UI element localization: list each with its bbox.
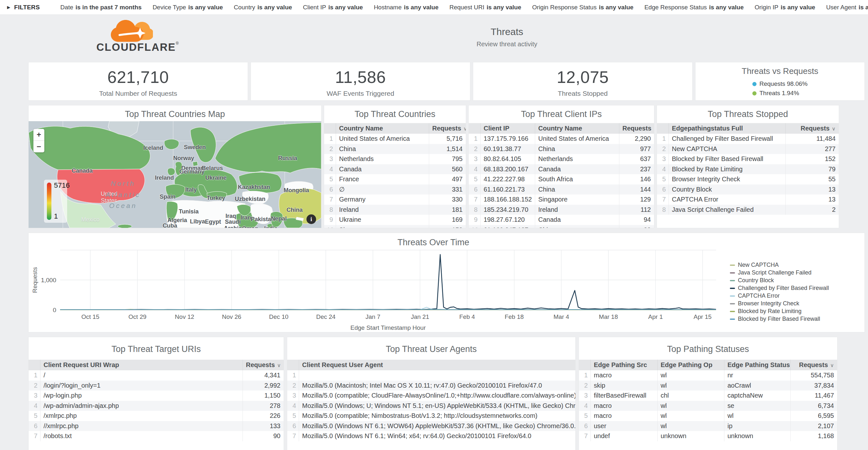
column-header-edge-pathing-src[interactable]: Edge Pathing Src — [590, 360, 657, 370]
legend-item-blocked-by-rate-limiting[interactable]: Blocked by Rate Limiting — [730, 308, 829, 314]
cloudflare-logo: CLOUDFLARE® — [96, 17, 167, 53]
filter-chip-date[interactable]: Dateis in the past 7 months — [60, 4, 142, 11]
column-header-client-request-user-agent[interactable]: Client Request User Agent — [299, 360, 575, 370]
cell-edge-pathing-status: ip — [724, 421, 790, 431]
legend-marker-icon — [730, 272, 735, 273]
legend-label: Country Block — [738, 277, 774, 284]
row-number: 2 — [29, 381, 40, 391]
row-number: 7 — [469, 194, 480, 205]
column-header-edgepathingstatus-full[interactable]: Edgepathingstatus Full — [669, 123, 785, 134]
legend-item[interactable]: Requests 98.06% — [752, 80, 808, 87]
cell-requests: 2 — [785, 205, 839, 215]
table-row: 4Canada560 — [324, 164, 466, 175]
cell-requests: 13 — [785, 194, 839, 205]
cell-requests: 1,168 — [790, 431, 837, 441]
cell-requests: 158 — [429, 225, 466, 228]
cell-country-name: China — [535, 184, 619, 195]
cell-client-request-uri-wrap: /login/?login_only=1 — [40, 381, 243, 391]
column-header-requests[interactable]: Requests∨ — [790, 360, 837, 370]
filter-field: User Agent — [826, 4, 857, 10]
filter-chip-request-uri[interactable]: Request URIis any value — [450, 4, 521, 11]
sort-chevron-icon: ∨ — [277, 363, 281, 368]
column-header-country-name[interactable]: Country Name — [336, 123, 429, 134]
filter-field: Device Type — [153, 4, 186, 10]
table-row: 1137.175.79.166United States of America2… — [469, 134, 654, 144]
map-zoom-in-button[interactable]: + — [33, 129, 44, 141]
column-header-client-ip[interactable]: Client IP — [480, 123, 535, 134]
svg-text:Oct 29: Oct 29 — [128, 313, 147, 320]
map-info-button[interactable]: i — [307, 214, 316, 224]
column-header-client-request-uri-wrap[interactable]: Client Request URI Wrap — [40, 360, 243, 370]
filter-chip-client-ip[interactable]: Client IPis any value — [303, 4, 363, 11]
filters-label[interactable]: FILTERS — [14, 4, 40, 11]
filter-chip-origin-response-status[interactable]: Origin Response Statusis any value — [532, 4, 633, 11]
filter-chip-country[interactable]: Countryis any value — [234, 4, 292, 11]
cell-edge-pathing-status: aoCrawl — [724, 381, 790, 391]
map-zoom-out-button[interactable]: − — [33, 141, 44, 152]
cell-edge-pathing-status: unknown — [724, 431, 790, 441]
map-label-libya: Libya — [190, 218, 205, 225]
table-row: 5/xmlrpc.php226 — [29, 411, 284, 421]
map-label-spain: Spain — [160, 193, 176, 200]
legend-item-browser-integrity-check[interactable]: Browser Integrity Check — [730, 301, 829, 307]
cell-edgepathingstatus-full: Java Script Challenge Failed — [669, 205, 785, 215]
world-map[interactable]: CanadaUnited StatesMexicoCubaIcelandSwed… — [29, 121, 321, 228]
column-header-country-name[interactable]: Country Name — [535, 123, 619, 134]
table-row: 6Mozilla/5.0 (Windows NT 6.1; WOW64) App… — [287, 421, 575, 431]
column-header-requests[interactable]: Requests∨ — [429, 123, 466, 134]
filter-chip-device-type[interactable]: Device Typeis any value — [153, 4, 223, 11]
cell-requests: 133 — [243, 421, 284, 431]
svg-text:1,000: 1,000 — [41, 277, 56, 283]
card-title: Top Threat Client IPs — [469, 106, 654, 119]
legend-item-java-script-challenge-failed[interactable]: Java Script Challenge Failed — [730, 270, 829, 276]
cell-requests: 11,484 — [785, 134, 839, 144]
column-header-edge-pathing-op[interactable]: Edge Pathing Op — [657, 360, 724, 370]
legend-marker-icon — [730, 288, 735, 289]
cell-requests: 94 — [619, 215, 654, 225]
row-number: 5 — [657, 174, 669, 184]
filter-chip-hostname[interactable]: Hostnameis any value — [374, 4, 438, 11]
map-label-uzbekistan: Uzbekistan — [235, 196, 265, 203]
cell-requests: 560 — [429, 164, 466, 175]
cell-edgepathingstatus-full: New CAPTCHA — [669, 144, 785, 154]
legend-item[interactable]: Threats 1.94% — [752, 90, 808, 97]
cloudflare-wordmark: CLOUDFLARE® — [96, 41, 167, 53]
cell-edgepathingstatus-full: Blocked by Rate Limiting — [669, 164, 785, 175]
table-row: 7CAPTCHA Error13 — [657, 194, 839, 205]
column-header-requests[interactable]: Requests∨ — [619, 123, 654, 134]
filter-chip-user-agent[interactable]: User Agentis any value — [826, 4, 868, 11]
table-row: 8185.234.219.70Ireland112 — [469, 205, 654, 215]
table-row: 9198.27.67.120Canada94 — [469, 215, 654, 225]
row-number: 8 — [469, 205, 480, 215]
map-label-turkey: Turkey — [207, 194, 225, 201]
legend-item-captcha-error[interactable]: CAPTCHA Error — [730, 293, 829, 299]
legend-item-blocked-by-filter-based-firewall[interactable]: Blocked by Filter Based Firewall — [730, 316, 829, 322]
legend-item-challenged-by-filter-based-firewall[interactable]: Challenged by Filter Based Firewall — [730, 285, 829, 291]
cell-country-name: Germany — [336, 194, 429, 205]
column-header-requests[interactable]: Requests∨ — [243, 360, 284, 370]
cell-edge-pathing-op: wl — [657, 370, 724, 381]
row-number: 1 — [469, 134, 480, 144]
legend-item-country-block[interactable]: Country Block — [730, 277, 829, 283]
column-header-edge-pathing-status[interactable]: Edge Pathing Status — [724, 360, 790, 370]
cell-requests: 129 — [619, 194, 654, 205]
svg-text:Feb 18: Feb 18 — [505, 313, 524, 320]
top-threats-stopped-table: Edgepathingstatus FullRequests∨1Challeng… — [657, 123, 839, 215]
map-label-canada: Canada — [72, 168, 93, 174]
filter-field: Hostname — [374, 4, 402, 10]
column-header-requests[interactable]: Requests∨ — [785, 123, 839, 134]
top-threat-client-ips-table: Client IPCountry NameRequests∨1137.175.7… — [469, 123, 654, 228]
top-threat-target-uris-card: Top Threat Target URIs Client Request UR… — [28, 337, 284, 450]
legend-dot-icon — [752, 91, 756, 95]
filter-chip-origin-ip[interactable]: Origin IPis any value — [754, 4, 815, 11]
legend-label: Browser Integrity Check — [738, 300, 799, 307]
cell-requests: 277 — [785, 144, 839, 154]
legend-item-new-captcha[interactable]: New CAPTCHA — [730, 262, 829, 268]
legend-label: Java Script Challenge Failed — [738, 269, 811, 276]
top-threat-countries-table: Country NameRequests∨1United States of A… — [324, 123, 466, 228]
filter-chip-edge-response-status[interactable]: Edge Response Statusis any value — [644, 4, 744, 11]
cell-requests: 2,107 — [790, 421, 837, 431]
filters-expand-icon[interactable]: ▶ — [7, 5, 10, 10]
cell-requests: 554,758 — [790, 370, 837, 381]
map-label-germany: Germany — [179, 169, 204, 175]
